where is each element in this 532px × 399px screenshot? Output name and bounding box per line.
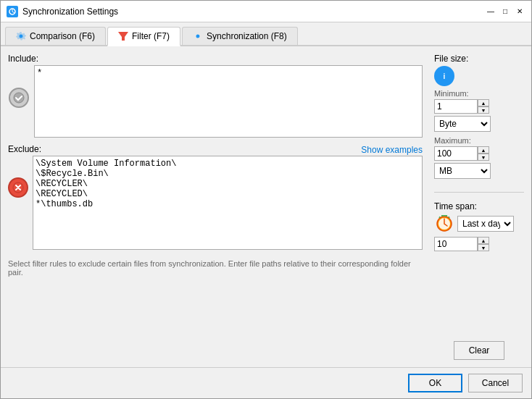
tab-sync-label: Synchronization (F8)	[207, 31, 287, 41]
time-span-days-row: ▲ ▼	[434, 237, 524, 251]
exclude-textarea-container: \System Volume Information\ \$Recycle.Bi…	[33, 156, 423, 252]
maximum-spinner-btns: ▲ ▼	[478, 146, 489, 161]
include-icon-container	[8, 87, 30, 109]
time-span-days-input[interactable]	[434, 237, 478, 251]
check-circle-icon	[9, 88, 29, 108]
time-span-section: Time span: Last x day	[434, 201, 524, 253]
minimum-unit-select[interactable]: Byte KB MB GB	[434, 116, 491, 132]
left-panel: Include: *	[8, 54, 423, 360]
clock-svg	[436, 215, 453, 232]
app-icon	[7, 6, 18, 17]
file-size-label: File size:	[434, 54, 524, 64]
tab-filter[interactable]: Filter (F7)	[107, 27, 180, 46]
time-span-spinner-btns: ▲ ▼	[478, 237, 489, 251]
title-bar-left: Synchronization Settings	[7, 6, 118, 17]
hint-text: Select filter rules to exclude certain f…	[8, 259, 423, 277]
maximum-value-input[interactable]	[434, 146, 478, 161]
include-label: Include:	[8, 54, 423, 64]
tab-bar: Comparison (F6) Filter (F7) Synchronizat…	[1, 22, 531, 46]
minimum-label: Minimum:	[434, 89, 524, 98]
time-span-down-btn[interactable]: ▼	[478, 244, 489, 251]
include-textarea[interactable]: *	[34, 65, 423, 138]
gear-icon	[16, 31, 26, 41]
clear-button[interactable]: Clear	[454, 341, 504, 360]
include-section: Include: *	[8, 54, 423, 140]
maximum-spinner-row: ▲ ▼	[434, 146, 524, 161]
time-span-select[interactable]: Last x days: Last x hours: Today This we…	[457, 216, 514, 232]
minimize-button[interactable]: —	[485, 6, 496, 17]
time-span-up-btn[interactable]: ▲	[478, 237, 489, 244]
maximum-down-btn[interactable]: ▼	[478, 154, 489, 161]
minimum-spinner-btns: ▲ ▼	[478, 99, 489, 114]
exclude-label: Exclude:	[8, 144, 41, 154]
tab-filter-label: Filter (F7)	[132, 31, 170, 41]
checkmark-icon	[13, 92, 25, 104]
maximum-label: Maximum:	[434, 136, 524, 145]
close-button[interactable]: ✕	[514, 6, 525, 17]
divider	[434, 192, 524, 193]
main-window: Synchronization Settings — □ ✕ Compariso…	[0, 0, 532, 399]
minimum-spinner-row: ▲ ▼	[434, 99, 524, 114]
maximum-up-btn[interactable]: ▲	[478, 146, 489, 154]
show-examples-link[interactable]: Show examples	[361, 145, 423, 155]
exclude-header: Exclude: Show examples	[8, 144, 423, 156]
cancel-button[interactable]: Cancel	[468, 374, 523, 392]
tab-synchronization[interactable]: Synchronization (F8)	[182, 27, 298, 45]
x-icon	[12, 182, 24, 193]
filter-icon	[118, 31, 128, 41]
right-panel: File size: i Minimum: ▲ ▼	[430, 54, 524, 360]
exclude-section: Exclude: Show examples \System Volume	[8, 144, 423, 252]
exclude-row: \System Volume Information\ \$Recycle.Bi…	[8, 156, 423, 252]
exclude-textarea[interactable]: \System Volume Information\ \$Recycle.Bi…	[33, 156, 423, 250]
clock-icon	[434, 214, 454, 234]
window-title: Synchronization Settings	[22, 7, 118, 17]
minimum-up-btn[interactable]: ▲	[478, 99, 489, 106]
exclude-icon-container	[8, 177, 28, 198]
title-bar: Synchronization Settings — □ ✕	[1, 1, 531, 22]
time-icon-row: Last x days: Last x hours: Today This we…	[434, 214, 524, 234]
svg-text:i: i	[444, 72, 446, 80]
ok-button[interactable]: OK	[408, 374, 462, 392]
content-area: Include: *	[1, 46, 531, 367]
tab-comparison[interactable]: Comparison (F6)	[5, 27, 106, 45]
include-textarea-container: *	[34, 65, 423, 140]
tab-comparison-label: Comparison (F6)	[30, 31, 95, 41]
svg-marker-1	[118, 32, 128, 41]
minimum-value-input[interactable]	[434, 99, 478, 114]
info-icon: i	[439, 70, 450, 82]
maximize-button[interactable]: □	[499, 6, 511, 17]
file-size-icon: i	[434, 66, 454, 86]
title-bar-controls: — □ ✕	[485, 6, 525, 17]
time-span-label: Time span:	[434, 201, 524, 211]
x-circle-icon	[8, 177, 28, 198]
sync-gear-icon	[193, 31, 203, 41]
include-row: *	[8, 65, 423, 140]
file-size-section: File size: i Minimum: ▲ ▼	[434, 54, 524, 179]
minimum-down-btn[interactable]: ▼	[478, 106, 489, 114]
maximum-unit-select[interactable]: Byte KB MB GB	[434, 163, 491, 179]
file-size-icon-row: i	[434, 66, 524, 86]
bottom-bar: OK Cancel	[1, 367, 531, 398]
